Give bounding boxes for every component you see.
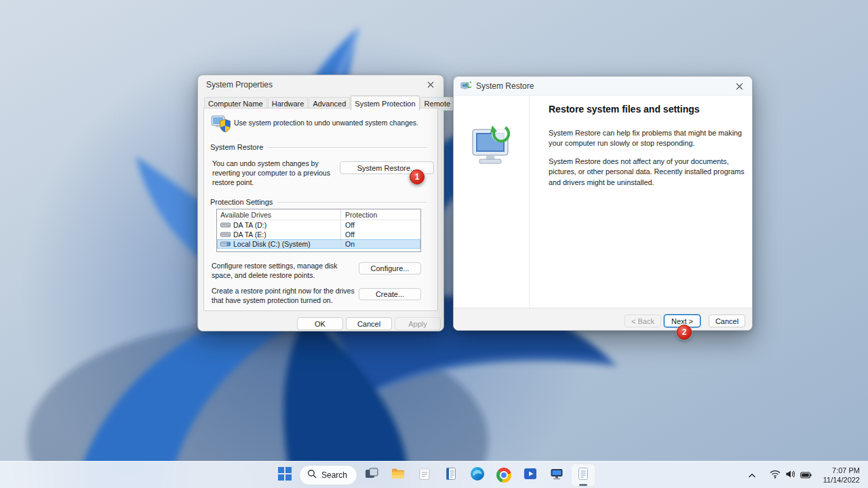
group-heading: System Restore (210, 143, 263, 151)
notepad-button[interactable] (412, 464, 437, 487)
edge-button[interactable] (465, 464, 490, 487)
media-player-button[interactable] (518, 464, 542, 487)
this-pc-icon (549, 466, 564, 484)
file-explorer-button[interactable] (386, 464, 410, 487)
table-row[interactable]: DA TA (D:) Off (217, 220, 420, 230)
system-protection-intro: Use system protection to undo unwanted s… (234, 119, 432, 128)
create-description: Create a restore point right now for the… (212, 287, 355, 306)
drive-label: Local Disk (C:) (System) (233, 240, 311, 248)
close-icon[interactable] (422, 78, 439, 92)
start-button[interactable] (273, 464, 297, 487)
protection-value: On (340, 239, 420, 249)
system-protection-shield-icon (211, 114, 231, 133)
task-view-icon (364, 466, 379, 484)
drive-label: DA TA (E:) (233, 230, 267, 239)
chrome-button[interactable] (492, 464, 516, 487)
document-button[interactable] (439, 464, 463, 487)
restore-description: You can undo system changes by reverting… (212, 159, 340, 188)
system-properties-window: System Properties Computer Name Hardware… (197, 75, 444, 331)
system-properties-titlebar[interactable]: System Properties (198, 75, 443, 94)
back-button: < Back (625, 314, 661, 327)
column-available-drives: Available Drives (217, 211, 340, 219)
drive-label: DA TA (D:) (233, 221, 267, 229)
divider-line (277, 202, 427, 203)
create-button[interactable]: Create... (359, 288, 421, 300)
taskbar: Search (0, 461, 868, 488)
annotation-step-1: 1 (410, 169, 425, 184)
protection-settings-group: Protection Settings (210, 198, 427, 206)
protection-drives-table: Available Drives Protection DA TA (D:) O… (216, 209, 421, 252)
active-window-button[interactable] (571, 464, 595, 487)
battery-icon (800, 469, 812, 481)
window-title: System Restore (476, 81, 534, 91)
table-row-selected[interactable]: Local Disk (C:) (System) On (217, 239, 420, 249)
system-tray[interactable] (765, 465, 816, 485)
search-icon (307, 469, 317, 481)
system-restore-window: System Restore Restore system files (453, 76, 753, 331)
clock-date: 11/14/2022 (823, 475, 860, 485)
taskbar-search[interactable]: Search (299, 465, 357, 485)
system-drive-icon (220, 241, 231, 247)
column-protection: Protection (340, 209, 420, 220)
protection-value: Off (340, 220, 420, 230)
tray-overflow-button[interactable] (743, 464, 761, 487)
edge-icon (470, 466, 485, 484)
file-explorer-icon (391, 466, 406, 484)
system-restore-titlebar[interactable]: System Restore (454, 77, 752, 96)
wizard-side-panel (454, 96, 530, 308)
wizard-paragraph-1: System Restore can help fix problems tha… (549, 128, 752, 149)
cancel-button[interactable]: Cancel (346, 317, 392, 330)
search-label: Search (321, 470, 347, 480)
window-title: System Properties (206, 80, 273, 89)
media-player-icon (523, 466, 538, 484)
desktop: System Properties Computer Name Hardware… (0, 0, 868, 488)
wifi-icon (770, 469, 781, 481)
taskbar-clock[interactable]: 7:07 PM 11/14/2022 (821, 466, 863, 485)
apply-button: Apply (395, 317, 441, 330)
ok-button[interactable]: OK (297, 317, 343, 330)
document-icon (444, 466, 458, 484)
cancel-button[interactable]: Cancel (709, 314, 745, 327)
hard-drive-icon (220, 222, 231, 228)
clock-time: 7:07 PM (823, 466, 860, 475)
configure-description: Configure restore settings, manage disk … (212, 262, 357, 281)
group-heading: Protection Settings (210, 198, 273, 206)
configure-button[interactable]: Configure... (359, 262, 421, 274)
table-header: Available Drives Protection (217, 209, 420, 220)
wizard-heading: Restore system files and settings (549, 104, 700, 115)
wizard-paragraph-2: System Restore does not affect any of yo… (549, 157, 757, 188)
annotation-step-2: 2 (677, 325, 692, 340)
hard-drive-icon (220, 231, 231, 238)
close-icon[interactable] (730, 79, 748, 93)
volume-icon (785, 469, 795, 481)
protection-value: Off (340, 230, 420, 239)
chrome-icon (496, 468, 511, 483)
active-window-icon (576, 466, 590, 484)
system-restore-app-icon (460, 81, 471, 94)
system-restore-group: System Restore (210, 143, 427, 151)
table-row[interactable]: DA TA (E:) Off (217, 230, 420, 239)
notepad-icon (418, 466, 431, 484)
this-pc-button[interactable] (545, 464, 569, 487)
chevron-up-icon (748, 469, 756, 481)
windows-logo-icon (278, 467, 292, 483)
system-restore-illustration (470, 123, 513, 174)
tab-system-protection[interactable]: System Protection (351, 96, 419, 110)
wizard-footer (454, 308, 752, 330)
divider-line (268, 147, 427, 148)
task-view-button[interactable] (359, 464, 384, 487)
